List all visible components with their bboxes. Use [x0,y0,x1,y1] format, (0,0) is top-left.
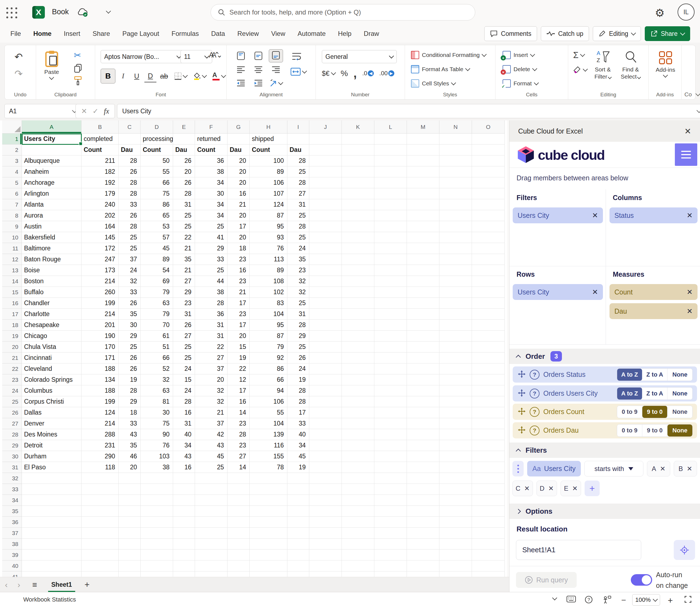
cell-F1[interactable]: returned [195,133,227,145]
cell-F37[interactable] [195,528,227,539]
cell-O11[interactable] [472,243,505,254]
cell-K31[interactable] [342,462,374,473]
cell-G12[interactable]: 23 [227,254,250,265]
close-panel-icon[interactable]: ✕ [684,126,691,136]
cell-H41[interactable] [250,571,287,577]
cell-I4[interactable]: 25 [287,166,309,177]
cell-A40[interactable] [22,561,82,571]
cell-F24[interactable]: 32 [195,385,227,396]
cell-N26[interactable] [439,407,472,418]
cell-K12[interactable] [342,254,374,265]
cell-D2[interactable]: Count [140,145,173,155]
cell-F3[interactable]: 36 [195,155,227,166]
filter-value-chip-d[interactable]: D✕ [537,481,557,496]
cell-O3[interactable] [472,155,505,166]
cell-O31[interactable] [472,462,505,473]
filter-operator-select[interactable]: starts with [584,461,643,477]
cell-I35[interactable] [287,506,309,517]
cell-O28[interactable] [472,429,505,440]
cell-D7[interactable]: 86 [140,199,173,210]
cell-M41[interactable] [407,571,439,577]
zoom-in-icon[interactable]: + [668,595,673,606]
cell-H13[interactable]: 89 [250,265,287,276]
cell-I16[interactable]: 25 [287,298,309,309]
cell-G22[interactable]: 22 [227,363,250,374]
cell-A1[interactable]: Users City [22,133,82,145]
cell-C40[interactable] [119,561,140,571]
cell-L31[interactable] [374,462,407,473]
cell-K13[interactable] [342,265,374,276]
collapse-ribbon-icon[interactable] [695,91,700,96]
increase-indent-icon[interactable] [254,79,263,87]
clear-button[interactable] [573,66,587,74]
borders-button[interactable] [172,69,189,83]
measures-chip-count[interactable]: Count✕ [610,284,698,300]
cell-B35[interactable] [82,506,119,517]
col-header-M[interactable]: M [407,120,439,133]
col-header-I[interactable]: I [287,120,309,133]
cell-D21[interactable]: 66 [140,353,173,363]
cell-G36[interactable] [227,517,250,528]
select-all-corner[interactable] [2,120,22,133]
cell-M22[interactable] [407,363,439,374]
remove-value-icon[interactable]: ✕ [686,465,692,473]
col-header-F[interactable]: F [195,120,227,133]
keyboard-icon[interactable] [567,595,576,605]
cell-M15[interactable] [407,287,439,298]
conditional-formatting-button[interactable]: Conditional Formatting [411,49,486,61]
cell-L24[interactable] [374,385,407,396]
cell-I31[interactable]: 19 [287,462,309,473]
cell-E30[interactable]: 43 [173,451,195,462]
cell-F39[interactable] [195,549,227,561]
cell-C2[interactable]: Dau [119,145,140,155]
cell-C4[interactable]: 26 [119,166,140,177]
cell-M35[interactable] [407,506,439,517]
shrink-font-icon[interactable]: A⌄ [211,50,223,59]
cell-I30[interactable]: 45 [287,451,309,462]
col-header-E[interactable]: E [173,120,195,133]
cell-J29[interactable] [309,440,342,451]
cell-O35[interactable] [472,506,505,517]
cell-J26[interactable] [309,407,342,418]
cell-M27[interactable] [407,418,439,429]
cell-N11[interactable] [439,243,472,254]
cell-M4[interactable] [407,166,439,177]
cell-J4[interactable] [309,166,342,177]
cell-E8[interactable]: 25 [173,210,195,221]
help-circle-icon[interactable]: ? [530,425,540,435]
row-header-27[interactable]: 27 [2,418,22,429]
cell-G38[interactable] [227,539,250,549]
menu-item-file[interactable]: File [10,30,28,38]
cell-I2[interactable]: Dau [287,145,309,155]
rows-chip-users-city[interactable]: Users City✕ [513,284,603,300]
cell-D33[interactable] [140,484,173,495]
cell-C39[interactable] [119,549,140,561]
cell-H5[interactable]: 106 [250,177,287,188]
cell-K19[interactable] [342,331,374,341]
copy-icon[interactable] [74,64,82,74]
row-header-3[interactable]: 3 [2,155,22,166]
cell-O7[interactable] [472,199,505,210]
zoom-out-icon[interactable]: − [621,595,626,605]
cell-B22[interactable]: 188 [82,363,119,374]
cell-N36[interactable] [439,517,472,528]
cell-C36[interactable] [119,517,140,528]
cell-M30[interactable] [407,451,439,462]
cell-C21[interactable]: 26 [119,353,140,363]
paste-button[interactable]: Paste [44,50,59,80]
cell-K30[interactable] [342,451,374,462]
cell-O20[interactable] [472,341,505,353]
cell-L18[interactable] [374,320,407,331]
share-button[interactable]: Share [645,26,690,41]
cell-N41[interactable] [439,571,472,577]
format-as-table-button[interactable]: Format As Table [411,63,469,75]
cell-M21[interactable] [407,353,439,363]
cell-M18[interactable] [407,320,439,331]
cell-K25[interactable] [342,396,374,407]
cell-D10[interactable]: 57 [140,232,173,243]
cell-B19[interactable]: 190 [82,331,119,341]
cell-E34[interactable] [173,495,195,506]
cell-A20[interactable]: Chula Vista [22,341,82,353]
cell-C8[interactable]: 26 [119,210,140,221]
cell-K37[interactable] [342,528,374,539]
